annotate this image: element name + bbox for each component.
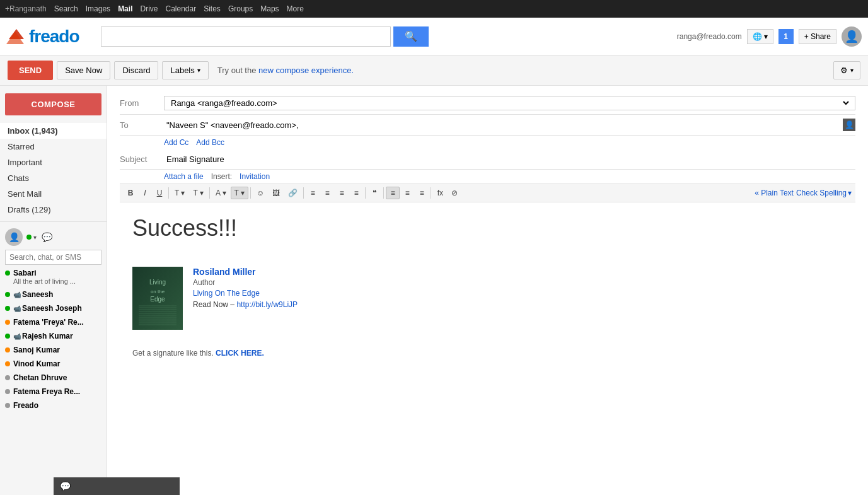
chat-popup-icon: 💬 [60,481,71,491]
plain-text-link[interactable]: « Plain Text [755,189,794,197]
add-cc-link[interactable]: Add Cc [164,138,188,147]
fmt-font-size[interactable]: T ▾ [189,187,207,199]
chat-search-input[interactable] [5,250,101,265]
sidebar-item-sent[interactable]: Sent Mail [0,186,107,202]
fmt-align-right[interactable]: ≡ [415,187,429,199]
labels-button[interactable]: Labels ▾ [162,61,208,79]
author-name-link[interactable]: Rosiland Miller [193,267,256,277]
sidebar-item-drafts[interactable]: Drafts (129) [0,202,107,218]
settings-gear-button[interactable]: ⚙ ▾ [833,61,860,79]
save-now-button[interactable]: Save Now [57,61,110,79]
chat-person-fatema-re[interactable]: Fatema Freya Re... [0,385,107,399]
chat-person-saneesh[interactable]: 📹Saneesh [0,288,107,301]
top-nav-sites[interactable]: Sites [204,4,221,13]
fmt-link[interactable]: 🔗 [284,187,301,199]
share-button[interactable]: + Share [799,29,836,44]
chat-person-fatema-freya[interactable]: Fatema 'Freya' Re... [0,315,107,329]
invitation-link[interactable]: Invitation [240,172,270,181]
contacts-button[interactable]: 👤 [843,119,855,131]
svg-text:on the: on the [151,289,165,294]
read-now-url-link[interactable]: http://bit.ly/w9LiJP [236,300,298,309]
search-button[interactable]: 🔍 [393,26,429,47]
language-button[interactable]: 🌐 ▾ [747,29,773,44]
new-chat-button[interactable]: 💬 [40,231,54,243]
chat-bubble-icon: 💬 [42,232,52,242]
chat-person-saneesh-joseph[interactable]: 📹Saneesh Joseph [0,301,107,315]
gear-icon: ⚙ [840,66,848,75]
attach-file-link[interactable]: Attach a file [164,172,204,181]
sidebar-divider [0,221,107,222]
fmt-indent-more[interactable]: ≡ [349,187,363,199]
search-input[interactable] [101,26,391,47]
fmt-bgcolor[interactable]: T ▾ [231,187,248,199]
subject-label: Subject [120,154,164,164]
chat-person-chetan[interactable]: Chetan Dhruve [0,371,107,385]
to-input[interactable] [164,119,843,131]
top-nav-groups[interactable]: Groups [228,4,253,13]
lang-dropdown-arrow: ▾ [764,32,768,41]
avatar-button[interactable]: 👤 [842,26,862,47]
chat-person-sabari[interactable]: Sabari All the art of living ... [0,266,107,288]
chat-person-rajesh[interactable]: 📹Rajesh Kumar [0,329,107,343]
sidebar-item-inbox[interactable]: Inbox (1,943) [0,123,107,139]
chat-popup[interactable]: 💬 [54,477,180,495]
vinod-status-dot [5,361,10,366]
content-area: From Ranga <ranga@freado.com> To 👤 Add C… [107,86,868,495]
fmt-bold[interactable]: B [124,187,137,199]
add-bcc-link[interactable]: Add Bcc [196,138,224,147]
fmt-image[interactable]: 🖼 [269,187,284,199]
sidebar-item-chats[interactable]: Chats [0,170,107,186]
new-compose-link[interactable]: new compose experience. [258,66,354,75]
freado-status-dot [5,403,10,408]
chetan-name: Chetan Dhruve [13,373,101,382]
chat-person-freado[interactable]: Freado [0,399,107,412]
top-nav-user[interactable]: +Ranganath [5,4,47,13]
top-nav-more[interactable]: More [287,4,304,13]
status-dropdown-arrow: ▾ [33,234,37,241]
fmt-italic[interactable]: I [138,187,152,199]
chat-avatar-button[interactable]: 👤 [5,228,23,246]
notification-button[interactable]: 1 [778,29,794,44]
fmt-color[interactable]: A ▾ [212,187,230,199]
compose-button[interactable]: COMPOSE [5,93,101,115]
book-cover: Living on the Edge [132,267,183,330]
book-title-link[interactable]: Living On The Edge [193,289,260,298]
saneesh-joseph-status-dot [5,306,10,311]
fmt-ul[interactable]: ≡ [320,187,334,199]
fmt-align-center[interactable]: ≡ [400,187,414,199]
main-layout: COMPOSE Inbox (1,943) Starred Important … [0,86,868,495]
vinod-name: Vinod Kumar [13,359,101,368]
click-here-link[interactable]: CLICK HERE. [216,349,264,358]
spell-dropdown-arrow: ▾ [848,189,852,197]
fmt-indent-less[interactable]: ≡ [335,187,349,199]
check-spelling-link[interactable]: Check Spelling ▾ [796,189,852,197]
fmt-ol[interactable]: ≡ [306,187,320,199]
top-nav-maps[interactable]: Maps [260,4,279,13]
fmt-underline[interactable]: U [153,187,166,199]
top-nav-mail[interactable]: Mail [118,4,132,13]
chat-status-button[interactable]: ▾ [26,234,37,241]
fmt-sep-6 [383,187,384,199]
chat-person-vinod[interactable]: Vinod Kumar [0,357,107,371]
fmt-font[interactable]: T ▾ [171,187,188,199]
sidebar-item-starred[interactable]: Starred [0,139,107,154]
top-nav-search[interactable]: Search [54,4,78,13]
fmt-align-left[interactable]: ≡ [386,187,400,199]
signature-card: Living on the Edge [132,260,448,336]
top-nav-images[interactable]: Images [86,4,110,13]
discard-button[interactable]: Discard [114,61,158,79]
compose-form: From Ranga <ranga@freado.com> To 👤 Add C… [107,86,868,398]
top-nav-calendar[interactable]: Calendar [165,4,196,13]
fmt-quote[interactable]: ❝ [367,187,381,199]
top-nav-drive[interactable]: Drive [140,4,158,13]
from-select[interactable]: Ranga <ranga@freado.com> [168,98,851,108]
fmt-remove[interactable]: ⊘ [448,187,461,199]
fatema-freya-status-dot [5,320,10,325]
fmt-emoji[interactable]: ☺ [253,187,268,199]
subject-input[interactable] [164,153,855,165]
send-button[interactable]: SEND [8,61,53,80]
sidebar-item-important[interactable]: Important [0,154,107,170]
fmt-formula[interactable]: fx [433,187,447,199]
fatema-re-name: Fatema Freya Re... [13,387,101,396]
chat-person-sanoj[interactable]: Sanoj Kumar [0,343,107,357]
